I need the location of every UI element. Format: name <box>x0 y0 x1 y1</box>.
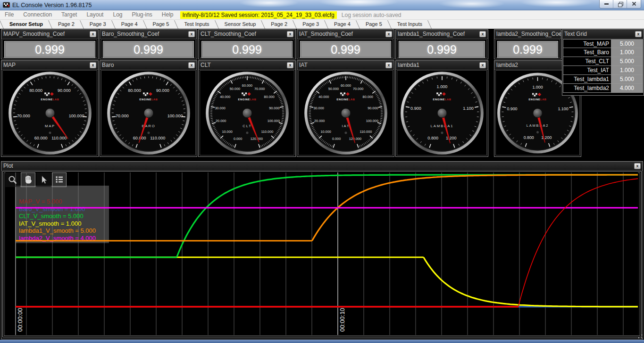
tab-page-4[interactable]: Page 4 <box>328 20 356 29</box>
coef-panel-3-header: IAT_Smoothing_Coefx <box>297 30 394 39</box>
text-grid-close-button[interactable]: x <box>635 31 642 37</box>
gauge-panel-MAP-close-button[interactable]: x <box>90 62 96 68</box>
tab-sensor-setup[interactable]: Sensor Setup <box>4 20 49 29</box>
tab-page-5[interactable]: Page 5 <box>147 20 175 29</box>
tab-test-inputs[interactable]: Test Inputs <box>178 20 215 29</box>
coef-value[interactable]: 0.999 <box>4 41 95 58</box>
tab-separator <box>49 20 52 29</box>
gauge-tick-label: 70.000 <box>353 86 363 90</box>
gauge-tick-label: 20.000 <box>314 119 325 123</box>
menu-item-log[interactable]: Log <box>108 10 127 19</box>
text-grid-label: Test_MAP <box>563 39 611 48</box>
text-grid-value[interactable]: 5.000 <box>611 39 643 48</box>
tab-separator <box>143 20 147 29</box>
gauge-tick-label: 0.000 <box>332 137 340 141</box>
pan-icon <box>24 175 33 184</box>
coef-value[interactable]: 0.999 <box>497 41 558 58</box>
coef-panel-0: MAPV_Smoothing_Coefx0.999 <box>1 29 99 59</box>
text-grid-row: Test_lambda15.000 <box>563 75 643 84</box>
zoom-tool-button[interactable] <box>5 172 20 187</box>
gauge-tick-label: 0.800 <box>427 136 438 140</box>
coef-panel-2-header: CLT_Smoothing_Coefx <box>199 30 295 39</box>
coef-value[interactable]: 0.999 <box>300 41 391 58</box>
gauge-tick-label: 20.000 <box>216 119 226 123</box>
coef-panel-0-close-button[interactable]: x <box>90 31 96 37</box>
resize-grip[interactable] <box>638 334 643 339</box>
tab-page-5[interactable]: Page 5 <box>360 20 388 29</box>
text-grid-label: Test_Baro <box>563 48 611 57</box>
coef-panel-2-close-button[interactable]: x <box>287 31 293 37</box>
gauge-panel-Baro: Barox60.00070.00080.00090.000100.000110.… <box>100 60 197 157</box>
text-grid-row: Test_MAP5.000 <box>563 39 643 48</box>
menu-item-plug-ins[interactable]: Plug-ins <box>127 10 157 19</box>
restore-button[interactable] <box>613 0 627 8</box>
tab-page-3[interactable]: Page 3 <box>297 20 325 29</box>
minimize-button[interactable] <box>600 0 613 8</box>
tab-separator <box>428 20 432 29</box>
gauge-tick-label: 120.000 <box>349 137 361 141</box>
close-window-button[interactable] <box>627 0 641 8</box>
text-grid-value[interactable]: 5.000 <box>611 57 643 66</box>
plot-legend: MAP_V = 5.000Baro_V_smooth = 1.000CLT_V_… <box>16 186 109 243</box>
gauge-panel-Baro-close-button[interactable]: x <box>188 62 195 68</box>
gauge-panel-IAT: IATx0.00010.00020.00030.00040.00050.0006… <box>297 60 394 157</box>
menu-item-target[interactable]: Target <box>57 10 82 19</box>
coef-panel-body: 0.999 <box>101 39 196 58</box>
gauge-panel-CLT-header: CLTx <box>199 61 295 70</box>
text-grid-value[interactable]: 1.000 <box>611 48 643 57</box>
tab-separator <box>215 20 219 29</box>
gauge-panel-lambda1-close-button[interactable]: x <box>479 62 486 68</box>
tab-separator <box>80 20 84 29</box>
coef-value[interactable]: 0.999 <box>103 41 194 58</box>
coef-panel-title: MAPV_Smoothing_Coef <box>3 31 65 37</box>
coef-value[interactable]: 0.999 <box>201 41 293 58</box>
gauge-panel-title: Baro <box>102 62 114 68</box>
tab-page-4[interactable]: Page 4 <box>116 20 143 29</box>
tab-page-2[interactable]: Page 2 <box>52 20 80 29</box>
tab-sensor-setup[interactable]: Sensor Setup <box>219 20 262 29</box>
text-grid-value[interactable]: 4.000 <box>611 84 643 93</box>
menu-item-layout[interactable]: Layout <box>82 10 108 19</box>
gauge-panel-title: lambda1 <box>398 62 419 68</box>
plot-canvas-area[interactable]: MAP_V = 5.000Baro_V_smooth = 1.000CLT_V_… <box>2 171 642 337</box>
gauge-panel-body: 0.00010.00020.00030.00040.00050.00060.00… <box>200 70 294 155</box>
gauge-tick-label: 110.000 <box>51 136 67 140</box>
gauge-panel-lambda1: lambda1x0.8000.9001.0001.1001.200ENGINEL… <box>395 60 488 157</box>
gauge-panel-CLT-close-button[interactable]: x <box>287 62 293 68</box>
text-grid-label: Test_CLT <box>563 57 611 66</box>
coef-panel-title: lambda1_Smoothing_Coef <box>398 31 465 37</box>
gauge-panel-IAT-close-button[interactable]: x <box>385 62 392 68</box>
gauge-tick-label: 70.000 <box>115 114 128 118</box>
gauge-tick-label: 90.000 <box>269 106 279 110</box>
tab-page-3[interactable]: Page 3 <box>84 20 112 29</box>
coef-value[interactable]: 0.999 <box>399 41 485 58</box>
menu-item-connection[interactable]: Connection <box>18 10 57 19</box>
coef-panel-body: 0.999 <box>298 39 393 58</box>
tab-separator <box>0 20 4 29</box>
window-title: EL Console Version 1.96.8175 <box>12 2 92 8</box>
pan-tool-button[interactable] <box>21 172 35 187</box>
plot-close-button[interactable]: x <box>634 163 641 169</box>
coef-panel-3-close-button[interactable]: x <box>385 31 392 37</box>
plot-toolbar <box>5 172 67 187</box>
cursor-tool-button[interactable] <box>36 172 51 187</box>
tab-page-2[interactable]: Page 2 <box>265 20 293 29</box>
coef-panel-1-close-button[interactable]: x <box>188 31 195 37</box>
gauge-dial-CLT: 0.00010.00020.00030.00040.00050.00060.00… <box>204 70 290 156</box>
text-grid-value[interactable]: 1.000 <box>611 66 643 75</box>
legend-entry-MAP_V: MAP_V = 5.000 <box>19 198 106 205</box>
text-grid-value[interactable]: 5.000 <box>611 75 643 84</box>
plot-panel: Plot x MAP_V = 5.000Baro_V_smooth = 1.00… <box>1 161 643 339</box>
tab-test-inputs[interactable]: Test Inputs <box>392 20 428 29</box>
title-bar[interactable]: EL Console Version 1.96.8175 <box>0 0 644 10</box>
gauge-tick-label: 80.000 <box>29 88 42 93</box>
channel-list-tool-button[interactable] <box>52 172 67 187</box>
menu-item-file[interactable]: File <box>0 10 18 19</box>
enginelab-wordmark: ENGINELAB <box>41 98 59 100</box>
gauge-tick-label: 40.000 <box>318 94 329 98</box>
coef-panel-4-close-button[interactable]: x <box>479 31 486 37</box>
gauge-panel-MAP-header: MAPx <box>1 61 98 70</box>
menu-bar: FileConnectionTargetLayoutLogPlug-insHel… <box>0 10 644 20</box>
menu-item-help[interactable]: Help <box>157 10 178 19</box>
gauge-tick-label: 60.000 <box>34 136 47 140</box>
